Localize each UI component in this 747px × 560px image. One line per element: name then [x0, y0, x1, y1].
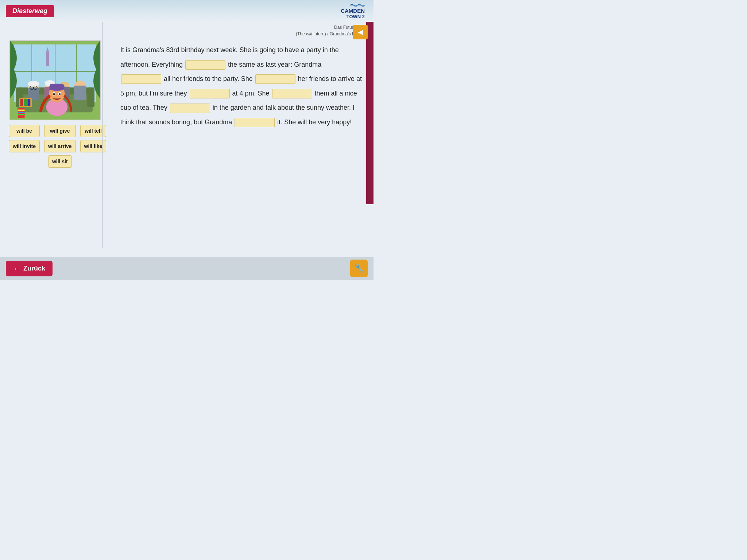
settings-button[interactable]: 🔧	[350, 260, 368, 277]
back-arrow-icon: ←	[13, 264, 20, 273]
text-segment-3: all her friends to the party. She	[162, 75, 255, 82]
blank-3[interactable]	[255, 74, 295, 84]
scene-illustration	[10, 41, 100, 120]
svg-point-32	[53, 93, 55, 95]
building-decoration	[366, 22, 374, 204]
svg-rect-35	[20, 99, 23, 106]
settings-icon: 🔧	[354, 264, 364, 273]
waves-icon	[350, 3, 365, 8]
back-button[interactable]: ← Zurück	[6, 261, 53, 276]
word-btn-will-arrive[interactable]: will arrive	[44, 140, 76, 152]
word-bank: will be will give will tell will invite …	[6, 125, 104, 168]
text-segment-2: the same as last year: Grandma	[226, 61, 321, 68]
diesterweg-logo: Diesterweg	[6, 5, 54, 17]
svg-point-17	[28, 81, 39, 87]
right-panel: It is Grandma's 83rd birthday next week.…	[113, 40, 368, 271]
svg-rect-42	[46, 51, 49, 66]
town-label: TOWN 2	[347, 14, 365, 19]
blank-4[interactable]	[190, 89, 230, 98]
svg-rect-11	[87, 88, 94, 107]
subtitle-area: Das Futur mit will (The will future) / G…	[0, 22, 374, 37]
blank-7[interactable]	[235, 118, 275, 127]
camden-town-logo: CAMDEN TOWN 2	[341, 3, 365, 19]
audio-button[interactable]: ◀	[353, 25, 368, 39]
text-segment-5: at 4 pm. She	[231, 90, 271, 97]
illustration	[9, 40, 101, 120]
blank-2[interactable]	[121, 74, 161, 84]
text-segment-8: it. She will be very happy!	[275, 118, 352, 126]
svg-rect-37	[27, 99, 30, 106]
blank-1[interactable]	[185, 60, 225, 70]
svg-rect-41	[18, 114, 25, 115]
word-btn-will-invite[interactable]: will invite	[9, 140, 40, 152]
blank-6[interactable]	[170, 104, 210, 113]
svg-rect-25	[74, 86, 86, 100]
left-panel: will be will give will tell will invite …	[6, 40, 104, 271]
svg-rect-40	[18, 112, 25, 113]
word-btn-will-sit[interactable]: will sit	[48, 155, 72, 168]
vertical-divider	[102, 22, 102, 248]
word-btn-will-be[interactable]: will be	[9, 125, 40, 137]
blank-5[interactable]	[272, 89, 312, 98]
svg-rect-29	[50, 84, 64, 90]
audio-icon: ◀	[358, 28, 363, 36]
svg-rect-39	[18, 110, 25, 111]
subtitle-line2: (The will future) / Grandma's birthday	[0, 31, 368, 37]
svg-rect-36	[24, 99, 27, 106]
camden-label: CAMDEN	[341, 8, 365, 14]
header: Diesterweg CAMDEN TOWN 2	[0, 0, 374, 22]
word-btn-will-give[interactable]: will give	[44, 125, 76, 137]
bottom-bar: ← Zurück 🔧	[0, 257, 374, 280]
svg-rect-13	[28, 88, 39, 100]
svg-point-33	[59, 93, 61, 95]
back-label: Zurück	[23, 265, 45, 272]
subtitle-line1: Das Futur mit will	[0, 24, 368, 31]
main-content: will be will give will tell will invite …	[0, 37, 374, 274]
